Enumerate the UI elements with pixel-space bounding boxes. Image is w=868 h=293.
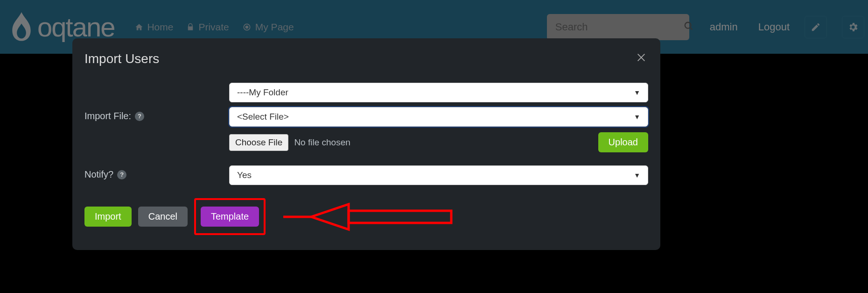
chevron-down-icon: ▼ bbox=[634, 172, 640, 179]
import-file-controls: ----My Folder ▼ <Select File> ▼ Choose F… bbox=[229, 83, 648, 152]
close-icon bbox=[636, 52, 646, 63]
upload-button[interactable]: Upload bbox=[598, 132, 648, 152]
modal-actions: Import Cancel Template bbox=[84, 198, 648, 235]
help-icon[interactable]: ? bbox=[117, 170, 126, 179]
notify-controls: Yes ▼ bbox=[229, 165, 648, 185]
file-select-value: <Select File> bbox=[237, 112, 289, 122]
choose-file-button[interactable]: Choose File bbox=[229, 134, 288, 151]
file-select[interactable]: <Select File> ▼ bbox=[229, 107, 648, 127]
cancel-button[interactable]: Cancel bbox=[138, 207, 188, 227]
modal-header: Import Users bbox=[84, 50, 648, 68]
notify-select-value: Yes bbox=[237, 170, 252, 180]
import-file-row: Import File: ? ----My Folder ▼ <Select F… bbox=[84, 83, 648, 152]
modal-title: Import Users bbox=[84, 51, 159, 66]
chevron-down-icon: ▼ bbox=[634, 89, 640, 96]
notify-select[interactable]: Yes ▼ bbox=[229, 165, 648, 185]
import-file-label-col: Import File: ? bbox=[84, 83, 229, 121]
annotation-highlight: Template bbox=[194, 198, 266, 235]
notify-row: Notify? ? Yes ▼ bbox=[84, 165, 648, 185]
close-button[interactable] bbox=[634, 50, 648, 68]
template-button[interactable]: Template bbox=[201, 207, 259, 227]
no-file-text: No file chosen bbox=[294, 137, 350, 148]
import-file-label: Import File: bbox=[84, 111, 131, 121]
notify-label-col: Notify? ? bbox=[84, 165, 229, 180]
file-upload-row: Choose File No file chosen Upload bbox=[229, 132, 648, 152]
annotation-arrow-icon bbox=[279, 200, 456, 233]
notify-label: Notify? bbox=[84, 169, 113, 180]
import-users-modal: Import Users Import File: ? ----My Folde… bbox=[72, 38, 660, 250]
import-button[interactable]: Import bbox=[84, 207, 132, 227]
chevron-down-icon: ▼ bbox=[634, 113, 640, 121]
folder-select[interactable]: ----My Folder ▼ bbox=[229, 83, 648, 102]
folder-select-value: ----My Folder bbox=[237, 87, 288, 98]
help-icon[interactable]: ? bbox=[135, 112, 144, 121]
